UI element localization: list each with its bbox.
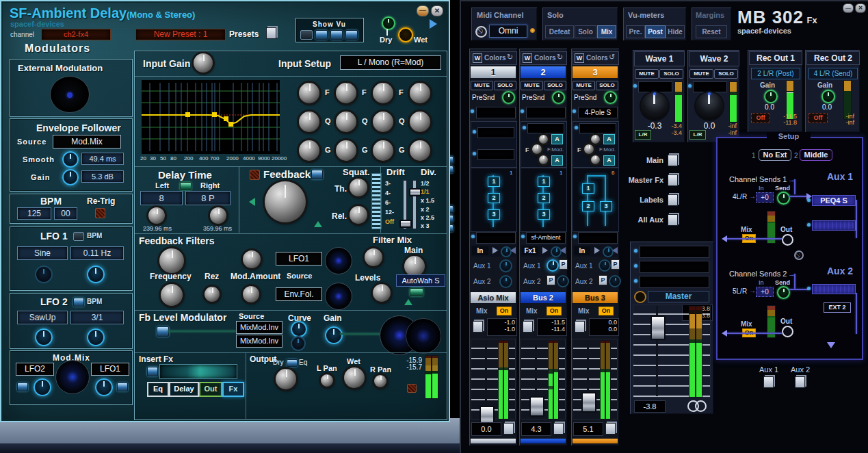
wave-icon[interactable]: W [473,53,482,63]
master-slot-2[interactable] [640,261,709,273]
solo-button[interactable]: SOLO [544,81,566,90]
wave2-knob[interactable] [696,92,723,120]
solo-defeat-button[interactable]: Defeat [545,25,574,38]
menu-allaux-icon[interactable] [668,214,678,226]
menu-labels-icon[interactable] [668,194,678,206]
eq-f-knob-1[interactable] [299,83,319,103]
fblm-gain-knob[interactable] [325,326,343,344]
fader-handle[interactable] [529,396,544,417]
fader-doc-icon[interactable] [503,423,514,435]
recout2-routing[interactable]: 4 L/R (Send) [808,68,858,79]
route-source-label[interactable]: In [574,246,590,255]
midi-power-icon[interactable]: ⃠ [475,26,487,38]
modmix-left-toggle[interactable] [17,383,28,391]
presnd-knob[interactable] [502,91,515,104]
fmod-amount-knob[interactable] [539,135,548,144]
vu-pre-button[interactable]: Pre. [626,25,645,38]
xy-pad[interactable] [50,76,90,113]
aux2-pre-button[interactable]: P [547,275,555,285]
channel-name-slot[interactable] [476,232,516,244]
rotate-icon[interactable]: ↺ [609,53,615,62]
fader-doc-icon[interactable] [605,423,616,435]
fmod-a-button[interactable]: A [551,134,563,144]
channel-number-band[interactable]: 3 [573,66,618,78]
fx-slot-2[interactable] [477,127,514,138]
gain-doc-icon[interactable] [575,321,585,333]
fmod-a-button2[interactable]: A [551,155,563,166]
fmod-a-button[interactable]: A [603,134,615,144]
lpan-knob[interactable] [321,374,333,387]
modmix-right-toggle[interactable] [117,383,128,391]
fblm-source2-select[interactable]: MixMod.Inv [236,335,282,348]
lfo2-phase-knob[interactable] [35,328,53,346]
route-play-icon[interactable] [542,247,548,254]
gain-doc-icon[interactable] [473,321,483,333]
fblm-pad-right[interactable] [406,318,441,354]
setup-middle-select[interactable]: Middle [800,149,832,161]
menu-labels[interactable]: Labels [622,194,679,207]
delay-link-toggle[interactable] [180,182,192,190]
drift-slider-handle[interactable] [399,220,412,228]
output-dryeq-toggle[interactable] [287,359,298,367]
delay-left-knob[interactable] [148,207,165,224]
master-slot-3[interactable] [640,276,709,288]
aux1-out-knob[interactable] [782,234,793,246]
route-play-icon[interactable] [594,247,600,254]
colors-label[interactable]: Colors [586,54,608,62]
colors-label[interactable]: Colors [484,54,506,62]
fblm-curve2-knob[interactable] [291,336,306,351]
eq-q-knob-3[interactable] [373,112,393,132]
stereo-link-icon[interactable] [687,400,708,411]
route-speaker-icon[interactable] [510,247,516,254]
eq-g-knob-4[interactable] [410,140,430,161]
aux1-bottom-icon[interactable] [763,376,774,388]
delay-right-knob[interactable] [210,207,226,224]
filter1-source-select[interactable]: LFO1 [276,252,322,266]
fx-slot-3[interactable] [477,149,514,160]
vu-hide-button[interactable]: Hide [666,25,685,38]
lfo1-rate-select[interactable]: 0.11 Hz [70,246,124,260]
feedback-mod-button[interactable] [250,170,260,180]
ext2-button[interactable]: EXT 2 [824,302,851,313]
channel-number-band[interactable]: 2 [521,66,566,78]
mute-button[interactable]: MUTE [471,81,493,90]
master-fader-handle[interactable] [650,315,666,340]
master-knob[interactable] [634,291,646,303]
wave2-mute[interactable]: MUTE [689,69,713,79]
mix-on-badge[interactable]: On [547,307,562,315]
aux1-pre-button[interactable]: P [611,259,620,270]
eq-f-knob-3[interactable] [373,83,393,103]
solo-button[interactable]: SOLO [494,81,516,90]
output-mod-button[interactable] [407,384,417,393]
wave2-solo[interactable]: SOLO [714,69,738,79]
routing-node-2[interactable]: 2 [582,201,594,211]
aux2-pre-button[interactable]: P [599,275,607,285]
eq-f-knob-2[interactable] [336,83,356,103]
colors-label[interactable]: Colors [534,54,556,62]
bypass-icon[interactable]: ⃠ [794,250,804,260]
eq-point[interactable] [185,112,190,117]
menu-masterfx[interactable]: Master Fx [622,174,679,187]
eq-q-knob-1[interactable] [299,112,319,132]
eq-q-knob-2[interactable] [336,112,356,132]
rotate-icon[interactable]: ↻ [557,53,563,62]
eq-point[interactable] [224,116,228,121]
fx-slot-1[interactable] [476,107,516,118]
main-filter-knob[interactable] [404,256,425,276]
filter1-mix-pad[interactable] [325,247,352,274]
routing-node-1[interactable]: 1 [582,183,594,194]
aux2-out-knob[interactable] [782,326,793,337]
routing-node-3[interactable]: 3 [538,209,550,220]
presets-icon[interactable] [266,27,276,39]
input-gain-knob[interactable] [194,53,213,73]
lfo2-rate-select[interactable]: 3/1 [70,311,124,324]
fader-doc-icon[interactable] [553,423,564,435]
vu-toggle-2[interactable] [315,30,328,40]
preset-display[interactable]: New Preset : 1 [135,29,226,40]
sends2-in-trim[interactable]: +0 [756,287,774,297]
route-play-icon[interactable] [492,247,498,254]
output-wet-knob[interactable] [344,367,365,388]
div-slider-handle[interactable] [409,188,421,196]
recout1-routing[interactable]: 2 L/R (Post) [751,68,800,79]
modmix-left-knob[interactable] [34,378,51,396]
